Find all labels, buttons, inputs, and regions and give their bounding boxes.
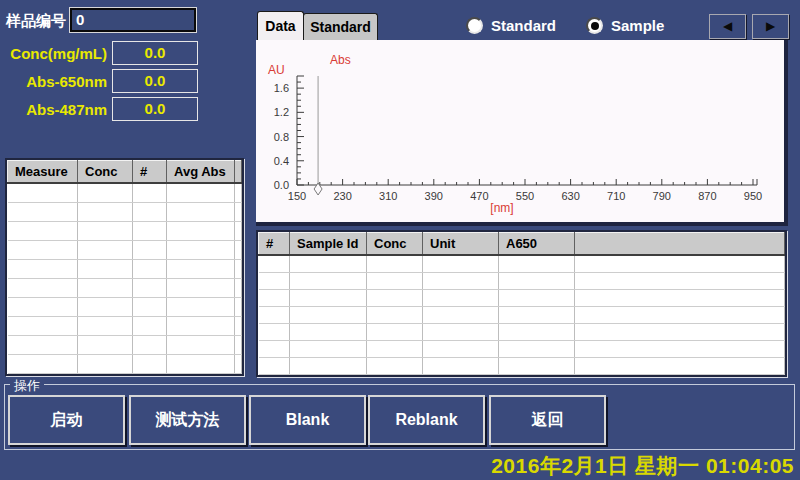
radio-sample[interactable]: Sample bbox=[586, 17, 664, 34]
reblank-button[interactable]: Reblank bbox=[368, 395, 485, 445]
tab-standard[interactable]: Standard bbox=[303, 13, 378, 40]
abs650-value: 0.0 bbox=[112, 69, 198, 93]
datetime-display: 2016年2月1日 星期一 01:04:05 bbox=[491, 452, 794, 480]
radio-sample-dot bbox=[591, 22, 599, 30]
results-table: # Sample Id Conc Unit A650 bbox=[256, 230, 787, 377]
table-row[interactable] bbox=[8, 222, 242, 241]
svg-text:790: 790 bbox=[653, 190, 671, 202]
svg-text:0.0: 0.0 bbox=[274, 179, 289, 191]
sample-no-label: 样品编号 bbox=[6, 12, 66, 31]
col-conc: Conc bbox=[367, 233, 423, 256]
arrow-right-icon: ▶ bbox=[766, 19, 775, 33]
abs487-label: Abs-487nm bbox=[0, 101, 107, 118]
col-conc: Conc bbox=[78, 161, 133, 184]
table-row[interactable] bbox=[8, 203, 242, 222]
svg-text:0.8: 0.8 bbox=[274, 131, 289, 143]
conc-value: 0.0 bbox=[112, 41, 198, 65]
blank-button[interactable]: Blank bbox=[249, 395, 366, 445]
svg-text:550: 550 bbox=[516, 190, 534, 202]
table-row[interactable] bbox=[8, 317, 242, 336]
table-row[interactable] bbox=[259, 324, 785, 341]
start-button[interactable]: 启动 bbox=[8, 395, 125, 445]
table-row[interactable] bbox=[8, 279, 242, 298]
radio-standard-label: Standard bbox=[491, 17, 556, 34]
return-button[interactable]: 返回 bbox=[489, 395, 606, 445]
col-spacer bbox=[575, 233, 785, 256]
radio-sample-circle[interactable] bbox=[586, 17, 603, 34]
col-avg-abs: Avg Abs bbox=[167, 161, 235, 184]
svg-text:470: 470 bbox=[470, 190, 488, 202]
table-row[interactable] bbox=[259, 290, 785, 307]
svg-text:AU: AU bbox=[268, 63, 285, 77]
table-row[interactable] bbox=[8, 260, 242, 279]
actions-group-label: 操作 bbox=[10, 377, 44, 395]
col-number: # bbox=[259, 233, 290, 256]
radio-standard-circle[interactable] bbox=[466, 17, 483, 34]
table-row[interactable] bbox=[8, 355, 242, 374]
svg-text:1.2: 1.2 bbox=[274, 106, 289, 118]
table-row[interactable] bbox=[259, 307, 785, 324]
abs650-label: Abs-650nm bbox=[0, 73, 107, 90]
sample-no-input[interactable]: 0 bbox=[70, 8, 196, 32]
table-row[interactable] bbox=[259, 273, 785, 290]
conc-label: Conc(mg/mL) bbox=[0, 45, 107, 62]
svg-text:230: 230 bbox=[333, 190, 351, 202]
radio-sample-label: Sample bbox=[611, 17, 664, 34]
svg-text:870: 870 bbox=[698, 190, 716, 202]
table-row[interactable] bbox=[259, 341, 785, 358]
tab-data[interactable]: Data bbox=[257, 11, 304, 41]
col-sample-id: Sample Id bbox=[290, 233, 367, 256]
svg-text:310: 310 bbox=[379, 190, 397, 202]
results-table-header-row: # Sample Id Conc Unit A650 bbox=[259, 233, 785, 256]
svg-text:150: 150 bbox=[288, 190, 306, 202]
svg-text:630: 630 bbox=[561, 190, 579, 202]
svg-text:[nm]: [nm] bbox=[490, 201, 513, 215]
svg-text:710: 710 bbox=[607, 190, 625, 202]
spectrum-chart-panel: 0.00.40.81.21.61502303103904705506307107… bbox=[256, 40, 788, 226]
col-a650: A650 bbox=[499, 233, 575, 256]
abs487-value: 0.0 bbox=[112, 97, 198, 121]
svg-text:0.4: 0.4 bbox=[274, 155, 289, 167]
radio-standard[interactable]: Standard bbox=[466, 17, 556, 34]
table-row[interactable] bbox=[259, 358, 785, 375]
prev-button[interactable]: ◀ bbox=[709, 14, 746, 39]
table-row[interactable] bbox=[259, 255, 785, 273]
svg-text:1.6: 1.6 bbox=[274, 82, 289, 94]
arrow-left-icon: ◀ bbox=[723, 19, 732, 33]
spectrum-chart[interactable]: 0.00.40.81.21.61502303103904705506307107… bbox=[256, 40, 784, 222]
table-row[interactable] bbox=[8, 298, 242, 317]
svg-text:950: 950 bbox=[744, 190, 762, 202]
table-row[interactable] bbox=[8, 183, 242, 203]
col-measure: Measure bbox=[8, 161, 78, 184]
next-button[interactable]: ▶ bbox=[752, 14, 789, 39]
svg-text:Abs: Abs bbox=[330, 53, 351, 67]
test-method-button[interactable]: 测试方法 bbox=[129, 395, 246, 445]
measure-table: Measure Conc # Avg Abs bbox=[5, 158, 244, 376]
col-unit: Unit bbox=[423, 233, 499, 256]
table-row[interactable] bbox=[8, 336, 242, 355]
svg-text:390: 390 bbox=[425, 190, 443, 202]
table-row[interactable] bbox=[8, 241, 242, 260]
measure-table-header-row: Measure Conc # Avg Abs bbox=[8, 161, 242, 184]
col-number: # bbox=[133, 161, 167, 184]
col-spacer bbox=[235, 161, 242, 184]
